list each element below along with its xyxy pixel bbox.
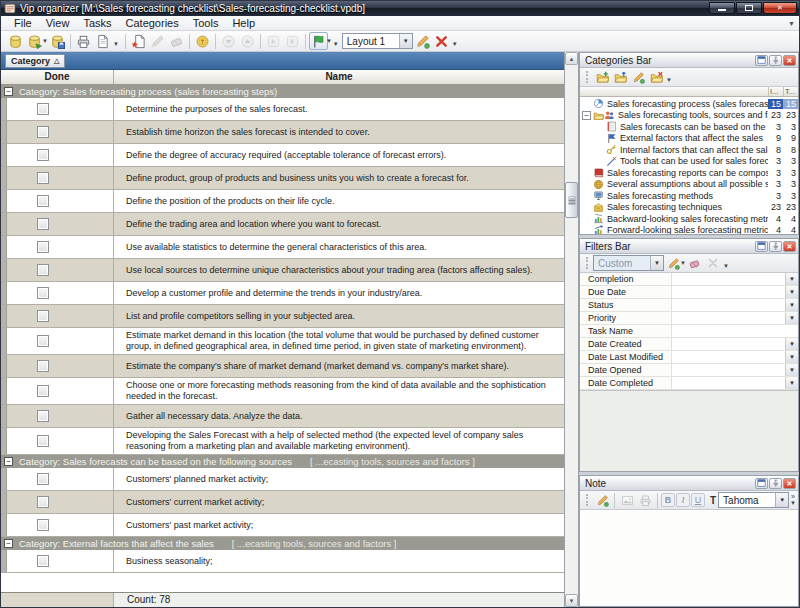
category-label[interactable]: Forward-looking sales forecasting metric…	[607, 225, 768, 234]
column-done[interactable]: Done	[1, 70, 114, 84]
task-name[interactable]: Customers' past market activity;	[114, 514, 564, 536]
edit-note-button[interactable]	[593, 492, 611, 508]
task-name[interactable]: Use available statistics to determine th…	[114, 236, 564, 258]
collapse-group-icon[interactable]: −	[4, 457, 13, 466]
task-row[interactable]: Customers' past market activity;	[1, 514, 564, 537]
category-label[interactable]: Sales forecasting methods	[607, 191, 768, 201]
close-panel-icon[interactable]: ✕	[783, 55, 796, 66]
category-tree-item[interactable]: Sales forecasting techniques2323	[580, 202, 798, 214]
task-name[interactable]: Use local sources to determine unique ch…	[114, 259, 564, 281]
filter-value-field[interactable]	[672, 338, 785, 350]
print-preview-button[interactable]	[93, 32, 112, 50]
category-label[interactable]: Sales forecasting process (sales forecas…	[607, 99, 768, 109]
font-combobox-dropdown-icon[interactable]: ▼	[775, 493, 788, 507]
menu-help[interactable]: Help	[225, 16, 262, 31]
filter-value-field[interactable]	[672, 286, 785, 298]
task-row[interactable]: Gather all necessary data. Analyze the d…	[1, 405, 564, 428]
print-button[interactable]	[74, 32, 93, 50]
layout-combobox[interactable]: Layout 1▼	[342, 33, 413, 49]
filter-value-field[interactable]	[672, 312, 785, 324]
task-checkbox[interactable]	[37, 149, 49, 161]
menu-file[interactable]: File	[7, 16, 39, 31]
task-row[interactable]: Define the position of the products on t…	[1, 190, 564, 213]
category-label[interactable]: Internal factors that can affect the sal…	[620, 145, 768, 155]
pin-panel-icon[interactable]	[769, 478, 782, 489]
category-tree-item[interactable]: Internal factors that can affect the sal…	[580, 144, 798, 156]
task-name[interactable]: Developing the Sales Forecast with a hel…	[114, 428, 564, 454]
task-checkbox[interactable]	[37, 335, 49, 347]
column-name[interactable]: Name	[114, 70, 564, 84]
filter-value-field[interactable]	[672, 325, 798, 337]
tree-col1-header[interactable]: I...	[768, 87, 783, 96]
float-panel-icon[interactable]	[755, 478, 768, 489]
task-checkbox[interactable]	[37, 473, 49, 485]
add-category-button[interactable]	[593, 69, 611, 85]
task-row[interactable]: Customers' current market activity;	[1, 491, 564, 514]
category-group-header[interactable]: −Category: Sales forecasting process (sa…	[1, 85, 564, 98]
grid-vertical-scrollbar[interactable]: ▲ ▼	[565, 52, 579, 607]
note-toolbar-overflow-icon[interactable]: »▼	[790, 494, 796, 506]
category-tree-item[interactable]: Sales forecasting process (sales forecas…	[580, 98, 798, 110]
category-label[interactable]: Sales forecasting reports can be compose…	[607, 168, 768, 178]
minimize-button[interactable]	[709, 2, 735, 14]
tree-col2-header[interactable]: T...	[783, 87, 798, 96]
new-database-button[interactable]	[6, 32, 25, 50]
filter-dropdown-icon[interactable]: ▼	[785, 351, 798, 363]
task-row[interactable]: Choose one or more forecasting methods r…	[1, 378, 564, 405]
scroll-down-icon[interactable]: ▼	[565, 594, 578, 607]
collapse-group-icon[interactable]: −	[4, 539, 13, 548]
task-row[interactable]: Developing the Sales Forecast with a hel…	[1, 428, 564, 455]
task-name[interactable]: Choose one or more forecasting methods r…	[114, 378, 564, 404]
layout-combobox-dropdown-icon[interactable]: ▼	[399, 34, 412, 48]
tree-expander-icon[interactable]: −	[582, 111, 591, 120]
task-checkbox[interactable]	[37, 103, 49, 115]
maximize-button[interactable]	[736, 2, 762, 14]
category-tree-item[interactable]: Sales forecasting methods33	[580, 190, 798, 202]
task-checkbox[interactable]	[37, 287, 49, 299]
delete-layout-button[interactable]	[432, 32, 451, 50]
close-panel-icon[interactable]: ✕	[783, 478, 796, 489]
menu-overflow-icon[interactable]: ▼	[784, 20, 799, 27]
scroll-up-icon[interactable]: ▲	[565, 52, 578, 65]
category-label[interactable]: Several assumptions about all possible s…	[607, 179, 768, 189]
filter-dropdown-icon[interactable]: ▼	[785, 377, 798, 389]
filter-value-field[interactable]	[672, 377, 785, 389]
menu-categories[interactable]: Categories	[119, 16, 186, 31]
task-row[interactable]: Define the trading area and location whe…	[1, 213, 564, 236]
task-name[interactable]: Business seasonality;	[114, 550, 564, 572]
pin-panel-icon[interactable]	[769, 55, 782, 66]
category-tree-item[interactable]: Sales forecasting reports can be compose…	[580, 167, 798, 179]
menu-tasks[interactable]: Tasks	[76, 16, 118, 31]
filter-value-field[interactable]	[672, 273, 785, 285]
save-database-button[interactable]	[48, 32, 67, 50]
font-combobox[interactable]: Tahoma▼	[718, 492, 789, 508]
filters-toolbar-overflow-icon[interactable]: ▼	[723, 263, 729, 269]
close-button[interactable]: ✕	[763, 2, 797, 14]
task-row[interactable]: Define product, group of products and bu…	[1, 167, 564, 190]
filter-dropdown-icon[interactable]: ▼	[785, 312, 798, 324]
task-name[interactable]: Define product, group of products and bu…	[114, 167, 564, 189]
filter-dropdown-icon[interactable]: ▼	[785, 299, 798, 311]
task-checkbox[interactable]	[37, 218, 49, 230]
menu-tools[interactable]: Tools	[186, 16, 226, 31]
category-label[interactable]: Sales forecasting tools, sources and fac…	[618, 110, 768, 120]
view-mode-dropdown-icon[interactable]: ▼	[326, 38, 332, 44]
task-checkbox[interactable]	[37, 385, 49, 397]
task-checkbox[interactable]	[37, 310, 49, 322]
categories-toolbar-overflow-icon[interactable]: ▼	[666, 77, 672, 83]
new-task-button[interactable]	[129, 32, 148, 50]
task-checkbox[interactable]	[37, 410, 49, 422]
float-panel-icon[interactable]	[755, 55, 768, 66]
task-name[interactable]: Define the trading area and location whe…	[114, 213, 564, 235]
task-checkbox[interactable]	[37, 241, 49, 253]
category-label[interactable]: Backward-looking sales forecasting metri…	[607, 214, 768, 224]
pin-panel-icon[interactable]	[769, 241, 782, 252]
task-row[interactable]: Estimate the company's share of market d…	[1, 355, 564, 378]
category-tree-item[interactable]: External factors that affect the sales99	[580, 133, 798, 145]
task-row[interactable]: Determine the purposes of the sales fore…	[1, 98, 564, 121]
filter-value-field[interactable]	[672, 299, 785, 311]
category-group-header[interactable]: −Category: External factors that affect …	[1, 537, 564, 550]
category-label[interactable]: Sales forecasts can be based on the foll…	[620, 122, 768, 132]
task-checkbox[interactable]	[37, 195, 49, 207]
task-name[interactable]: Define the position of the products on t…	[114, 190, 564, 212]
